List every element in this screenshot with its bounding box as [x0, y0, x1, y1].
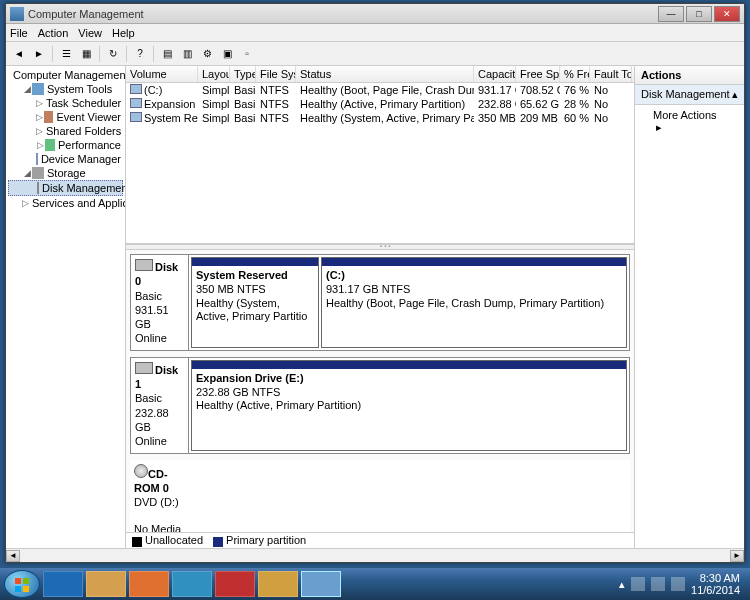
- minimize-button[interactable]: —: [658, 6, 684, 22]
- performance-icon: [45, 139, 55, 151]
- disk-layout-panel[interactable]: Disk 0 Basic931.51 GBOnline System Reser…: [126, 250, 634, 532]
- view-top-button[interactable]: ▤: [158, 45, 176, 63]
- volume-row[interactable]: System ReservedSimpleBasicNTFSHealthy (S…: [126, 111, 634, 125]
- collapse-icon[interactable]: ▴: [732, 88, 738, 101]
- disk0-partition-c[interactable]: (C:)931.17 GB NTFSHealthy (Boot, Page Fi…: [321, 257, 627, 348]
- storage-icon: [32, 167, 44, 179]
- computer-management-window: Computer Management — □ ✕ File Action Vi…: [5, 3, 745, 563]
- more-actions[interactable]: More Actions ▸: [635, 105, 744, 138]
- tree-system-tools[interactable]: ◢System Tools: [8, 82, 123, 96]
- tray-flag-icon[interactable]: [631, 577, 645, 591]
- expander-icon[interactable]: ▷: [36, 112, 44, 122]
- close-button[interactable]: ✕: [714, 6, 740, 22]
- disk-1-row[interactable]: Disk 1 Basic232.88 GBOnline Expansion Dr…: [130, 357, 630, 454]
- actions-title: Actions: [635, 66, 744, 85]
- disk-1-info: Disk 1 Basic232.88 GBOnline: [131, 358, 189, 453]
- legend: Unallocated Primary partition: [126, 532, 634, 548]
- tray-network-icon[interactable]: [651, 577, 665, 591]
- clock[interactable]: 8:30 AM 11/6/2014: [691, 572, 740, 596]
- titlebar[interactable]: Computer Management — □ ✕: [6, 4, 744, 24]
- col-layout[interactable]: Layout: [198, 66, 230, 82]
- expander-icon[interactable]: ▷: [22, 198, 29, 208]
- volume-row[interactable]: Expansion Drive (E:)SimpleBasicNTFSHealt…: [126, 97, 634, 111]
- tree-storage[interactable]: ◢Storage: [8, 166, 123, 180]
- scroll-left-button[interactable]: ◄: [6, 550, 20, 562]
- col-free[interactable]: Free Space: [516, 66, 560, 82]
- tree-performance[interactable]: ▷Performance: [8, 138, 123, 152]
- main-panel: Volume Layout Type File System Status Ca…: [126, 66, 634, 548]
- col-fault[interactable]: Fault Tolerance: [590, 66, 632, 82]
- actions-section[interactable]: Disk Management▴: [635, 85, 744, 105]
- disk-icon: [135, 362, 153, 374]
- col-status[interactable]: Status: [296, 66, 474, 82]
- disk-icon: [135, 259, 153, 271]
- volume-header-row: Volume Layout Type File System Status Ca…: [126, 66, 634, 83]
- settings-button[interactable]: ⚙: [198, 45, 216, 63]
- col-type[interactable]: Type: [230, 66, 256, 82]
- toolbar: ◄ ► ☰ ▦ ↻ ? ▤ ▥ ⚙ ▣ ▫: [6, 42, 744, 66]
- taskbar-media[interactable]: [129, 571, 169, 597]
- menu-help[interactable]: Help: [112, 27, 135, 39]
- cdrom-row[interactable]: CD-ROM 0 DVD (D:)No Media: [130, 460, 630, 532]
- col-filesystem[interactable]: File System: [256, 66, 296, 82]
- view-bottom-button[interactable]: ▥: [178, 45, 196, 63]
- disk1-partition-e[interactable]: Expansion Drive (E:)232.88 GB NTFSHealth…: [191, 360, 627, 451]
- unallocated-swatch: [132, 537, 142, 547]
- forward-button[interactable]: ►: [30, 45, 48, 63]
- tree-event-viewer[interactable]: ▷Event Viewer: [8, 110, 123, 124]
- col-capacity[interactable]: Capacity: [474, 66, 516, 82]
- tree-shared-folders[interactable]: ▷Shared Folders: [8, 124, 123, 138]
- horizontal-scrollbar[interactable]: ◄ ►: [6, 548, 744, 562]
- taskbar-app3[interactable]: [258, 571, 298, 597]
- tree-services[interactable]: ▷Services and Applications: [8, 196, 123, 210]
- taskbar[interactable]: ▴ 8:30 AM 11/6/2014: [0, 568, 750, 600]
- volume-list[interactable]: Volume Layout Type File System Status Ca…: [126, 66, 634, 244]
- start-button[interactable]: [4, 570, 40, 598]
- system-tray[interactable]: ▴ 8:30 AM 11/6/2014: [619, 572, 746, 596]
- col-pfree[interactable]: % Free: [560, 66, 590, 82]
- disk-0-info: Disk 0 Basic931.51 GBOnline: [131, 255, 189, 350]
- tray-expand-icon[interactable]: ▴: [619, 578, 625, 591]
- menu-action[interactable]: Action: [38, 27, 69, 39]
- tree-device-manager[interactable]: Device Manager: [8, 152, 123, 166]
- expander-icon[interactable]: ▷: [36, 98, 43, 108]
- app-icon: [10, 7, 24, 21]
- expander-icon[interactable]: ◢: [22, 168, 32, 178]
- maximize-button[interactable]: □: [686, 6, 712, 22]
- tray-volume-icon[interactable]: [671, 577, 685, 591]
- volume-row[interactable]: (C:)SimpleBasicNTFSHealthy (Boot, Page F…: [126, 83, 634, 97]
- primary-swatch: [213, 537, 223, 547]
- taskbar-explorer[interactable]: [86, 571, 126, 597]
- event-icon: [44, 111, 53, 123]
- menu-file[interactable]: File: [10, 27, 28, 39]
- splitter[interactable]: [126, 244, 634, 250]
- expander-icon[interactable]: ◢: [22, 84, 32, 94]
- col-volume[interactable]: Volume: [126, 66, 198, 82]
- tools-icon: [32, 83, 44, 95]
- action-button[interactable]: ▫: [238, 45, 256, 63]
- volume-icon: [130, 98, 142, 108]
- taskbar-compmgmt[interactable]: [301, 571, 341, 597]
- export-button[interactable]: ▣: [218, 45, 236, 63]
- tree-disk-management[interactable]: Disk Management: [8, 180, 123, 196]
- disk0-partition-reserved[interactable]: System Reserved350 MB NTFSHealthy (Syste…: [191, 257, 319, 348]
- tree-root[interactable]: Computer Management (Local: [8, 68, 123, 82]
- menubar: File Action View Help: [6, 24, 744, 42]
- tree-task-scheduler[interactable]: ▷Task Scheduler: [8, 96, 123, 110]
- expander-icon[interactable]: ▷: [36, 126, 43, 136]
- back-button[interactable]: ◄: [10, 45, 28, 63]
- disk-0-row[interactable]: Disk 0 Basic931.51 GBOnline System Reser…: [130, 254, 630, 351]
- up-button[interactable]: ☰: [57, 45, 75, 63]
- refresh-button[interactable]: ↻: [104, 45, 122, 63]
- expander-icon[interactable]: ▷: [36, 140, 45, 150]
- taskbar-app2[interactable]: [215, 571, 255, 597]
- disk-icon: [37, 182, 39, 194]
- scroll-right-button[interactable]: ►: [730, 550, 744, 562]
- menu-view[interactable]: View: [78, 27, 102, 39]
- taskbar-app1[interactable]: [172, 571, 212, 597]
- taskbar-ie[interactable]: [43, 571, 83, 597]
- volume-icon: [130, 84, 142, 94]
- properties-button[interactable]: ▦: [77, 45, 95, 63]
- help-button[interactable]: ?: [131, 45, 149, 63]
- navigation-tree[interactable]: Computer Management (Local ◢System Tools…: [6, 66, 126, 548]
